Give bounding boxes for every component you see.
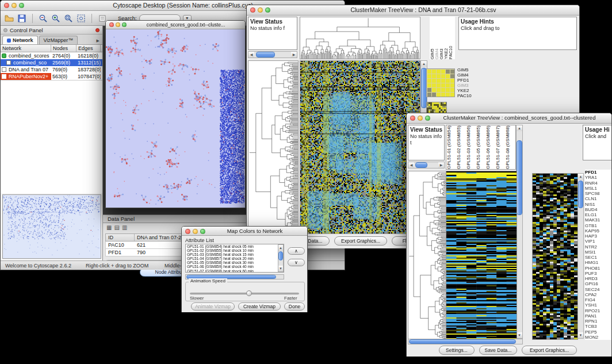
gene-label[interactable]: CPA2 <box>585 292 611 297</box>
gene-label[interactable]: ELG1 <box>585 212 611 217</box>
gene-label[interactable]: GPI16 <box>585 281 611 286</box>
gene-label[interactable]: PFD1 <box>457 78 472 83</box>
network-row[interactable]: combined_sco 2569(8) 13112(15) <box>1 59 102 66</box>
scroll-down-icon[interactable]: ▼ <box>278 266 283 271</box>
array-label[interactable]: GIM5 <box>430 17 434 59</box>
gene-label[interactable]: HMG1 <box>585 260 611 265</box>
animation-speed-slider[interactable] <box>190 290 299 297</box>
attribute-item[interactable]: GPL51-03 (GSM856) heat shock 15 min <box>186 252 284 256</box>
close-icon[interactable] <box>410 116 415 121</box>
panel-close-icon[interactable] <box>95 28 100 32</box>
array-label[interactable]: GPL51-07 (GSM867) <box>495 125 505 169</box>
table-mode-icon[interactable]: ▦ <box>106 224 112 231</box>
scroll-up-icon[interactable]: ▲ <box>578 174 583 179</box>
slider-thumb[interactable] <box>246 290 252 296</box>
save-data-button[interactable]: Save Data... <box>479 346 517 355</box>
column-select-icon[interactable]: ▥ <box>122 224 127 231</box>
maximize-icon[interactable] <box>265 7 270 13</box>
zoom-out-icon[interactable] <box>38 13 48 24</box>
gene-label[interactable]: PHO81 <box>585 266 611 271</box>
gene-label[interactable]: YRA1 <box>585 175 611 180</box>
network-row[interactable]: DNA and Tran 07 769(0) 183728(0) <box>1 66 102 73</box>
scroll-down-icon[interactable]: ▼ <box>517 332 522 338</box>
gene-label[interactable]: SEC24 <box>585 287 611 292</box>
gene-label[interactable]: GIM5 <box>457 67 472 72</box>
gene-label[interactable]: FIG4 <box>585 297 611 302</box>
expression-heatmap[interactable] <box>446 171 517 340</box>
gene-label[interactable]: GIM3 <box>457 83 472 88</box>
gene-label[interactable]: HAP3 <box>585 233 611 239</box>
save-session-icon[interactable] <box>17 13 27 24</box>
gene-label[interactable]: YKE2 <box>457 88 472 93</box>
scrollbar-thumb[interactable] <box>256 52 275 58</box>
settings-button[interactable]: Settings... <box>439 346 475 355</box>
maximize-icon[interactable] <box>425 116 430 121</box>
array-label[interactable]: YKE2 <box>443 17 448 59</box>
gene-label[interactable]: CLN1 <box>585 196 611 201</box>
open-session-icon[interactable] <box>4 13 14 24</box>
close-icon[interactable] <box>4 3 9 8</box>
scrollbar-thumb[interactable] <box>278 251 283 260</box>
array-label[interactable]: GPL51-08 (GSM868) <box>505 125 515 169</box>
expression-heatmap[interactable] <box>300 60 420 234</box>
array-label[interactable]: GPL51-06 (GSM866) <box>485 125 495 169</box>
tab-network[interactable]: Network <box>2 36 38 44</box>
close-icon[interactable] <box>185 229 190 234</box>
gene-label[interactable]: SEC1 <box>585 255 611 260</box>
cluster-vertical-scrollbar[interactable]: ▲ ▼ <box>577 173 584 339</box>
gene-label[interactable]: NTR2 <box>585 244 611 250</box>
gene-label[interactable]: PAN1 <box>585 313 611 319</box>
create-vizmap-button[interactable]: Create Vizmap <box>238 302 281 311</box>
scroll-left-icon[interactable]: ◀ <box>408 162 414 168</box>
zoom-fit-icon[interactable] <box>76 13 86 24</box>
attribute-list-scrollbar[interactable]: ▲ ▼ <box>278 244 284 272</box>
row-select-icon[interactable]: ▤ <box>114 224 119 231</box>
export-graphics-button[interactable]: Export Graphics... <box>522 346 577 355</box>
scroll-down-icon[interactable]: ▼ <box>578 332 583 338</box>
scrollbar-thumb[interactable] <box>409 339 516 344</box>
gene-label[interactable]: PUF3 <box>585 271 611 276</box>
array-label[interactable]: PAC10 <box>448 17 453 59</box>
gene-dendrogram[interactable] <box>248 60 299 234</box>
gene-label[interactable]: MAK31 <box>585 217 611 223</box>
network-row[interactable]: RNAPuberNov2+ 563(0) 107847(0) <box>1 73 102 80</box>
gene-label[interactable]: RPN1 <box>585 319 611 324</box>
network-overview-thumbnail[interactable] <box>2 194 101 259</box>
minimize-icon[interactable] <box>193 229 198 234</box>
move-up-button[interactable]: ∧ <box>288 247 305 255</box>
slider-track[interactable] <box>190 293 299 294</box>
zoom-in-icon[interactable] <box>51 13 61 24</box>
gene-label[interactable]: PAC10 <box>457 93 472 98</box>
zoom-selected-icon[interactable] <box>63 13 74 24</box>
attribute-item[interactable]: GPL51-06 (GSM859) heat shock 40 min <box>186 265 284 269</box>
gene-dendrogram[interactable] <box>408 171 447 340</box>
gene-label[interactable]: YSH1 <box>585 302 611 308</box>
scroll-up-icon[interactable]: ▲ <box>421 61 427 67</box>
maximize-icon[interactable] <box>200 229 205 234</box>
network-row[interactable]: combined_scores 2764(0) 16218(0) <box>1 52 102 59</box>
close-icon[interactable] <box>250 7 255 13</box>
attribute-item[interactable]: GPL51-04 (GSM857) heat shock 20 min <box>186 256 284 260</box>
tree-horizontal-scrollbar[interactable]: ◀ ▶ <box>248 51 297 58</box>
gene-label[interactable]: GTB1 <box>585 223 611 228</box>
attribute-item[interactable]: GPL51-07 (GSM868) heat shock 60 min <box>186 269 284 273</box>
network-graph-canvas[interactable] <box>106 29 245 208</box>
scrollbar-thumb[interactable] <box>517 140 522 215</box>
scroll-left-icon[interactable]: ◀ <box>248 52 254 58</box>
attribute-item[interactable]: GPL51-05 (GSM858) heat shock 30 min <box>186 260 284 265</box>
gene-label[interactable]: PEP5 <box>585 329 611 335</box>
column-id[interactable]: ID <box>106 234 135 241</box>
gene-label[interactable]: RPO21 <box>585 308 611 313</box>
gene-label[interactable]: HRD3 <box>585 276 611 281</box>
gene-label[interactable]: BUD4 <box>585 207 611 212</box>
gene-label[interactable]: MON2 <box>585 335 611 340</box>
array-label[interactable]: GPL51-02 (GSM855) <box>456 125 466 169</box>
network-view-titlebar[interactable]: combined_scores_good.txt--cluste... <box>106 21 245 29</box>
array-label[interactable]: GIM3 <box>439 17 443 59</box>
panel-float-icon[interactable] <box>3 28 7 32</box>
scroll-right-icon[interactable]: ▶ <box>291 52 297 58</box>
maximize-icon[interactable] <box>19 3 24 8</box>
done-button[interactable]: Done <box>284 302 305 311</box>
tab-vizmapper[interactable]: VizMapper™ <box>39 36 78 44</box>
close-icon[interactable] <box>109 22 114 27</box>
